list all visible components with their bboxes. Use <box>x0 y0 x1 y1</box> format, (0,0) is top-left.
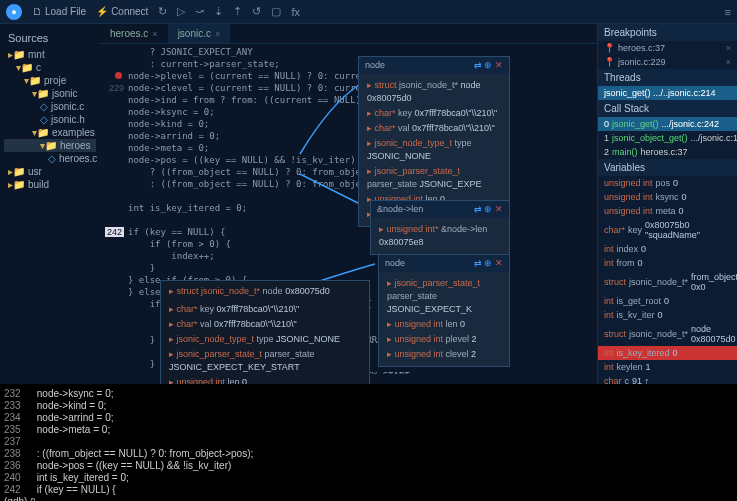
line-gutter[interactable]: 229 242 <box>100 44 128 374</box>
close-icon[interactable]: ✕ <box>495 258 503 268</box>
popup-len[interactable]: &node->len⇄ ⊕ ✕ ▸ unsigned int* &node->l… <box>370 200 510 255</box>
stack-frame[interactable]: 2 main() heroes.c:37 <box>598 145 737 159</box>
popup-title: &node->len <box>377 203 423 216</box>
arrow-icon[interactable]: ⇄ ⊕ <box>474 258 493 268</box>
variable-item[interactable]: int index 0 <box>598 242 737 256</box>
tree-folder-c[interactable]: ▾📁c <box>4 61 96 74</box>
callstack-header[interactable]: Call Stack <box>598 100 737 117</box>
continue-icon[interactable]: ▷ <box>177 5 185 18</box>
tab-heroes[interactable]: heroes.c× <box>100 24 168 43</box>
variable-item[interactable]: int is_kv_iter 0 <box>598 308 737 322</box>
popup-title: node <box>385 257 405 270</box>
sources-sidebar: Sources ▸📁mnt ▾📁c ▾📁proje ▾📁jsonic ◇json… <box>0 24 100 384</box>
file-icon: ◇ <box>48 153 56 164</box>
tree-folder-examples[interactable]: ▾📁examples <box>4 126 96 139</box>
code-editor: heroes.c× jsonic.c× 229 242 ? JSONIC_EXP… <box>100 24 597 384</box>
gdb-terminal[interactable]: 232 node->ksync = 0;233 node->kind = 0;2… <box>0 384 737 501</box>
variable-item[interactable]: int is_key_itered 0 <box>598 346 737 360</box>
variable-item[interactable]: char c 91 ↑ <box>598 374 737 384</box>
popup-title: node <box>365 59 385 72</box>
folder-icon: ▾📁 <box>40 140 57 151</box>
tree-folder-jsonic[interactable]: ▾📁jsonic <box>4 87 96 100</box>
close-icon[interactable]: × <box>152 29 157 39</box>
stop-icon[interactable]: ▢ <box>271 5 281 18</box>
connect-button[interactable]: ⚡ Connect <box>96 6 148 17</box>
step-out-icon[interactable]: ⇡ <box>233 5 242 18</box>
variable-item[interactable]: int keylen 1 <box>598 360 737 374</box>
stack-frame[interactable]: 1 jsonic_object_get() .../jsonic.c:145 <box>598 131 737 145</box>
folder-icon: ▾📁 <box>32 88 49 99</box>
fx-icon[interactable]: fx <box>291 6 300 18</box>
file-icon: ◇ <box>40 114 48 125</box>
stack-frame[interactable]: 0 jsonic_get() .../jsonic.c:242 <box>598 117 737 131</box>
tree-folder-proje[interactable]: ▾📁proje <box>4 74 96 87</box>
editor-tabs: heroes.c× jsonic.c× <box>100 24 597 44</box>
thread-item[interactable]: jsonic_get() .../..jsonic.c:214 <box>598 86 737 100</box>
tree-file-jsonic-h[interactable]: ◇jsonic.h <box>4 113 96 126</box>
refresh-icon[interactable]: ↻ <box>158 5 167 18</box>
sources-title: Sources <box>4 28 96 48</box>
breakpoint-item[interactable]: 📍 jsonic.c:229× <box>598 55 737 69</box>
folder-icon: ▾📁 <box>24 75 41 86</box>
menu-icon[interactable]: ≡ <box>725 6 731 18</box>
breakpoint-item[interactable]: 📍 heroes.c:37× <box>598 41 737 55</box>
tree-folder-usr[interactable]: ▸📁usr <box>4 165 96 178</box>
folder-icon: ▾📁 <box>16 62 33 73</box>
breakpoints-header[interactable]: Breakpoints <box>598 24 737 41</box>
folder-icon: ▸📁 <box>8 49 25 60</box>
tree-folder-build[interactable]: ▸📁build <box>4 178 96 191</box>
popup-tooltip: ▸ struct jsonic_node_t* node 0x80075d0 ▸… <box>160 280 370 384</box>
step-over-icon[interactable]: ⤻ <box>195 5 204 18</box>
restart-icon[interactable]: ↺ <box>252 5 261 18</box>
arrow-icon[interactable]: ⇄ ⊕ <box>474 60 493 70</box>
variable-item[interactable]: unsigned int ksync 0 <box>598 190 737 204</box>
tree-folder-mnt[interactable]: ▸📁mnt <box>4 48 96 61</box>
threads-header[interactable]: Threads <box>598 69 737 86</box>
app-logo-icon: ● <box>6 4 22 20</box>
main-toolbar: ● 🗋 Load File ⚡ Connect ↻ ▷ ⤻ ⇣ ⇡ ↺ ▢ fx… <box>0 0 737 24</box>
close-icon[interactable]: × <box>215 29 220 39</box>
variable-item[interactable]: char* key 0x80075b0 "squadName" <box>598 218 737 242</box>
variable-item[interactable]: int is_get_root 0 <box>598 294 737 308</box>
load-file-button[interactable]: 🗋 Load File <box>32 6 86 17</box>
step-into-icon[interactable]: ⇣ <box>214 5 223 18</box>
tree-folder-heroes[interactable]: ▾📁heroes <box>4 139 96 152</box>
prompt[interactable]: (gdb) ▯ <box>4 496 733 501</box>
folder-icon: ▸📁 <box>8 166 25 177</box>
variables-header[interactable]: Variables <box>598 159 737 176</box>
variable-item[interactable]: struct jsonic_node_t* from_object 0x0 <box>598 270 737 294</box>
folder-icon: ▸📁 <box>8 179 25 190</box>
arrow-icon[interactable]: ⇄ ⊕ <box>474 204 493 214</box>
variable-item[interactable]: unsigned int meta 0 <box>598 204 737 218</box>
tab-jsonic[interactable]: jsonic.c× <box>168 24 231 43</box>
tree-file-jsonic-c[interactable]: ◇jsonic.c <box>4 100 96 113</box>
file-icon: ◇ <box>40 101 48 112</box>
tree-file-heroes-c[interactable]: ◇heroes.c <box>4 152 96 165</box>
variable-item[interactable]: int from 0 <box>598 256 737 270</box>
variable-item[interactable]: struct jsonic_node_t* node 0x80075d0 <box>598 322 737 346</box>
close-icon[interactable]: ✕ <box>495 60 503 70</box>
popup-node2[interactable]: node⇄ ⊕ ✕ ▸ jsonic_parser_state_t parser… <box>378 254 510 367</box>
debug-panels: Breakpoints 📍 heroes.c:37× 📍 jsonic.c:22… <box>597 24 737 384</box>
close-icon[interactable]: ✕ <box>495 204 503 214</box>
folder-icon: ▾📁 <box>32 127 49 138</box>
variable-item[interactable]: unsigned int pos 0 <box>598 176 737 190</box>
